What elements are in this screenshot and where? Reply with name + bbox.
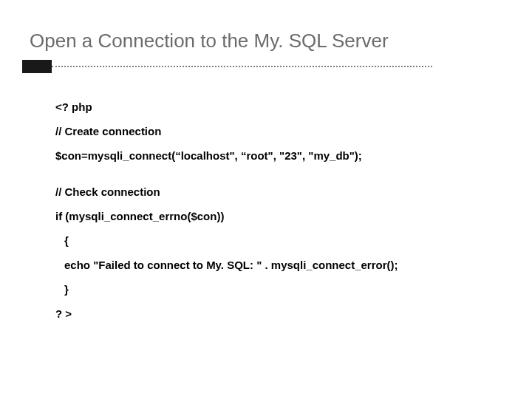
accent-box — [22, 60, 52, 73]
code-line: } — [55, 282, 510, 297]
code-line: echo "Failed to connect to My. SQL: " . … — [55, 257, 510, 273]
code-line: { — [55, 233, 510, 248]
code-line: // Check connection — [55, 184, 510, 200]
accent-line — [52, 66, 432, 67]
title-accent — [22, 60, 432, 73]
title-block: Open a Connection to the My. SQL Server — [22, 30, 510, 73]
code-line: ? > — [55, 306, 510, 321]
code-line: $con=mysqli_connect(“localhost", “root",… — [55, 148, 510, 163]
slide-container: Open a Connection to the My. SQL Server … — [0, 0, 532, 399]
code-line: if (mysqli_connect_errno($con)) — [55, 208, 510, 224]
code-line: // Create connection — [55, 123, 510, 139]
code-line: <? php — [55, 99, 510, 115]
slide-title: Open a Connection to the My. SQL Server — [22, 30, 510, 60]
code-content: <? php // Create connection $con=mysqli_… — [22, 73, 510, 321]
